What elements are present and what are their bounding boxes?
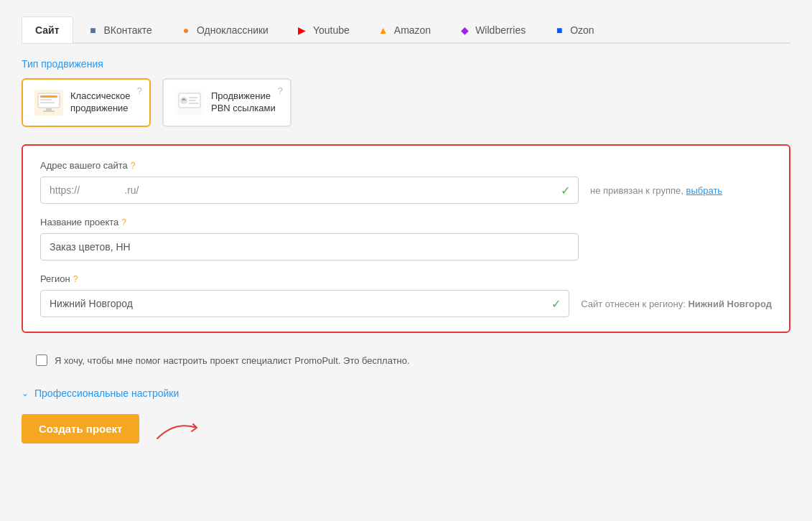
tab-ozon-label: Ozon [570, 24, 594, 36]
arrow-svg [154, 413, 211, 442]
pro-settings-label: Профессиональные настройки [34, 388, 179, 399]
pro-settings[interactable]: ⌄ Профессиональные настройки [22, 388, 790, 399]
youtube-icon: ▶ [296, 24, 309, 37]
pbn-help-icon[interactable]: ? [278, 85, 283, 96]
promo-card-classic-inner: Классическое продвижение [34, 90, 138, 116]
address-check-icon: ✓ [561, 184, 570, 197]
pbn-icon-svg [178, 93, 201, 113]
svg-rect-4 [46, 108, 52, 111]
region-label: Регион ? [40, 273, 772, 284]
arrow-hint [154, 413, 211, 444]
project-input-wrap [40, 233, 579, 260]
classic-help-icon[interactable]: ? [137, 85, 142, 96]
tab-site[interactable]: Сайт [22, 17, 73, 43]
promo-card-pbn-inner: Продвижение PBN ссылками [175, 90, 279, 116]
svg-rect-5 [43, 111, 55, 112]
ozon-icon: ■ [553, 24, 566, 37]
svg-rect-8 [189, 97, 197, 98]
tab-amazon-label: Amazon [394, 24, 431, 36]
region-input-wrap: ✓ [40, 290, 569, 317]
create-project-button[interactable]: Создать проект [22, 414, 139, 443]
checkbox-section: Я хочу, чтобы мне помог настроить проект… [22, 344, 790, 376]
checkbox-label[interactable]: Я хочу, чтобы мне помог настроить проект… [55, 355, 410, 366]
tab-ozon[interactable]: ■ Ozon [539, 16, 607, 44]
tab-vk[interactable]: ■ ВКонтакте [73, 16, 166, 44]
region-field-row: ✓ Сайт отнесен к региону: Нижний Новгоро… [40, 290, 772, 317]
page-wrapper: Сайт ■ ВКонтакте ● Одноклассники ▶ Youtu… [0, 0, 812, 521]
classic-icon-svg [37, 93, 60, 113]
region-help-icon[interactable]: ? [73, 274, 78, 284]
bottom-row: Создать проект [22, 413, 790, 444]
address-label: Адрес вашего сайта ? [40, 160, 772, 171]
svg-rect-9 [189, 100, 196, 101]
classic-promo-icon [34, 90, 63, 116]
promo-card-classic[interactable]: ? Классическое продвижение [22, 78, 151, 127]
tab-vk-label: ВКонтакте [104, 24, 152, 36]
promo-types: ? Классическое продвижение ? [22, 78, 790, 127]
svg-rect-3 [40, 102, 55, 103]
tab-amazon[interactable]: ▲ Amazon [363, 16, 444, 44]
tab-youtube-label: Youtube [313, 24, 350, 36]
tab-youtube[interactable]: ▶ Youtube [282, 16, 363, 44]
classic-promo-label: Классическое продвижение [70, 90, 138, 115]
promo-type-label: Тип продвижения [22, 58, 790, 70]
wb-icon: ◆ [458, 24, 471, 37]
tab-ok[interactable]: ● Одноклассники [166, 16, 282, 44]
region-note: Сайт отнесен к региону: Нижний Новгород [581, 299, 772, 309]
project-name-field-block: Название проекта ? [40, 217, 772, 260]
svg-rect-10 [189, 103, 199, 104]
promo-card-pbn[interactable]: ? Продвижение PBN ссылками [162, 78, 291, 127]
project-help-icon[interactable]: ? [121, 217, 126, 227]
region-field-block: Регион ? ✓ Сайт отнесен к региону: Нижни… [40, 273, 772, 317]
specialist-checkbox[interactable] [36, 355, 47, 366]
address-help-icon[interactable]: ? [131, 161, 136, 171]
amazon-icon: ▲ [377, 24, 390, 37]
region-input[interactable] [40, 290, 569, 317]
vk-icon: ■ [87, 24, 100, 37]
pbn-promo-icon [175, 90, 204, 116]
address-note: не привязан к группе, выбрать [590, 185, 722, 196]
svg-rect-1 [40, 95, 57, 98]
project-input[interactable] [40, 233, 579, 260]
svg-rect-2 [40, 99, 52, 100]
tab-wildberries[interactable]: ◆ Wildberries [444, 16, 539, 44]
tabs-bar: Сайт ■ ВКонтакте ● Одноклассники ▶ Youtu… [22, 14, 790, 44]
tab-site-label: Сайт [35, 24, 60, 36]
address-field-block: Адрес вашего сайта ? ✓ не привязан к гру… [40, 160, 772, 204]
form-section: Адрес вашего сайта ? ✓ не привязан к гру… [22, 144, 790, 333]
project-label: Название проекта ? [40, 217, 772, 227]
svg-point-7 [180, 97, 187, 104]
address-input-wrap: ✓ [40, 177, 579, 204]
address-input[interactable] [40, 177, 579, 204]
pro-settings-chevron: ⌄ [22, 388, 29, 398]
tab-wildberries-label: Wildberries [475, 24, 526, 36]
address-select-link[interactable]: выбрать [686, 185, 723, 196]
region-check-icon: ✓ [551, 297, 561, 311]
address-field-row: ✓ не привязан к группе, выбрать [40, 177, 772, 204]
project-field-row [40, 233, 772, 260]
ok-icon: ● [179, 24, 192, 37]
pbn-promo-label: Продвижение PBN ссылками [211, 90, 279, 115]
tab-ok-label: Одноклассники [197, 24, 269, 36]
